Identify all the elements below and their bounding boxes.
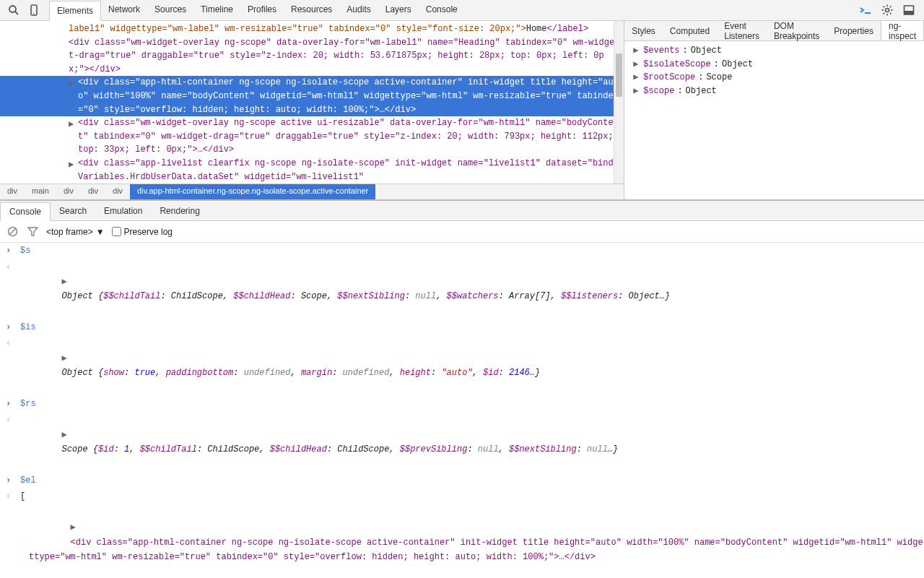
- dom-line-selected[interactable]: ▶ <div class="app-html-container ng-scop…: [0, 76, 624, 116]
- prop-row[interactable]: ▶$scope: Object: [627, 85, 921, 98]
- expand-icon[interactable]: ▶: [62, 353, 67, 363]
- svg-line-11: [890, 13, 892, 14]
- dom-line[interactable]: ▶ <div class="app-livelist clearfix ng-s…: [0, 157, 624, 184]
- sidebar-tabs: Styles Computed Event Listeners DOM Brea…: [624, 21, 924, 41]
- filter-icon[interactable]: [26, 225, 39, 238]
- expand-icon[interactable]: ▶: [69, 118, 74, 131]
- sidebar-tab-event-listeners[interactable]: Event Listeners: [717, 21, 767, 40]
- expand-icon[interactable]: ▶: [633, 44, 640, 58]
- tab-audits[interactable]: Audits: [339, 0, 378, 20]
- svg-point-0: [9, 6, 16, 12]
- search-icon[interactable]: [7, 4, 20, 17]
- tab-profiles[interactable]: Profiles: [240, 0, 284, 20]
- drawer-tab-search[interactable]: Search: [51, 202, 95, 220]
- dock-icon[interactable]: [902, 4, 915, 17]
- breadcrumb-item[interactable]: div: [81, 184, 105, 199]
- breadcrumb-item[interactable]: div: [56, 184, 81, 199]
- sidebar-tab-properties[interactable]: Properties: [827, 21, 881, 40]
- tab-elements[interactable]: Elements: [49, 1, 101, 21]
- console-input-line[interactable]: $s: [0, 243, 924, 259]
- sidebar-tab-styles[interactable]: Styles: [624, 21, 663, 40]
- svg-point-5: [886, 9, 889, 12]
- expand-icon[interactable]: ▶: [69, 77, 74, 91]
- preserve-log-checkbox[interactable]: [112, 227, 121, 236]
- breadcrumb-item[interactable]: div: [105, 184, 130, 199]
- prop-row[interactable]: ▶$isolateScope: Object: [627, 58, 921, 72]
- expand-icon[interactable]: ▶: [71, 522, 76, 532]
- top-toolbar: Elements Network Sources Timeline Profil…: [0, 0, 924, 21]
- breadcrumb-item[interactable]: div: [0, 184, 25, 199]
- console-toolbar: <top frame> ▼ Preserve log: [0, 221, 924, 243]
- tab-resources[interactable]: Resources: [284, 0, 339, 20]
- svg-line-13: [890, 7, 892, 8]
- console-output-line[interactable]: ▶ Object {$$childTail: ChildScope, $$chi…: [0, 259, 924, 320]
- expand-icon[interactable]: ▶: [62, 277, 67, 287]
- drawer-tabs: Console Search Emulation Rendering: [0, 201, 924, 221]
- frame-selector[interactable]: <top frame> ▼: [46, 227, 105, 237]
- dom-line[interactable]: <div class="wm-widget-overlay ng-scope" …: [0, 36, 624, 77]
- main-tabs: Elements Network Sources Timeline Profil…: [49, 0, 465, 20]
- prop-row[interactable]: ▶$events: Object: [627, 44, 921, 58]
- tab-timeline[interactable]: Timeline: [193, 0, 240, 20]
- scrollbar[interactable]: [614, 21, 624, 184]
- device-mode-icon[interactable]: [27, 4, 40, 17]
- breadcrumbs: div main div div div div.app-html-contai…: [0, 184, 624, 199]
- expand-icon[interactable]: ▶: [633, 58, 640, 72]
- tab-layers[interactable]: Layers: [378, 0, 419, 20]
- dom-line[interactable]: ▶ <div class="wm-widget-overlay ng-scope…: [0, 116, 624, 157]
- expand-icon[interactable]: ▶: [633, 85, 640, 98]
- expand-icon[interactable]: ▶: [62, 430, 67, 440]
- preserve-log-toggle[interactable]: Preserve log: [112, 227, 173, 237]
- sidebar-tab-ng-inspect[interactable]: ng-inspect: [881, 21, 924, 40]
- settings-icon[interactable]: [881, 4, 894, 17]
- breadcrumb-item[interactable]: main: [25, 184, 56, 199]
- svg-point-3: [33, 13, 35, 14]
- dom-tree[interactable]: label1" widgettype="wm-label" wm-resizab…: [0, 21, 624, 184]
- svg-marker-18: [28, 228, 38, 236]
- console-output-line[interactable]: ▶ Scope {$id: 1, $$childTail: ChildScope…: [0, 412, 924, 473]
- svg-line-1: [15, 12, 18, 14]
- breadcrumb-item-active[interactable]: div.app-html-container.ng-scope.ng-isola…: [130, 184, 375, 199]
- sidebar-tab-dom-breakpoints[interactable]: DOM Breakpoints: [767, 21, 827, 40]
- console-input-line[interactable]: $el: [0, 473, 924, 488]
- toggle-drawer-icon[interactable]: [859, 4, 872, 17]
- dropdown-icon: ▼: [96, 227, 105, 237]
- clear-console-icon[interactable]: [6, 225, 19, 238]
- console-output-line[interactable]: [: [0, 488, 924, 504]
- console-input-line[interactable]: $rs: [0, 396, 924, 412]
- tab-network[interactable]: Network: [101, 0, 147, 20]
- dom-line[interactable]: label1" widgettype="wm-label" wm-resizab…: [0, 22, 624, 36]
- ng-inspect-panel: ▶$events: Object ▶$isolateScope: Object …: [624, 41, 924, 100]
- drawer-tab-emulation[interactable]: Emulation: [95, 202, 151, 220]
- tab-sources[interactable]: Sources: [147, 0, 193, 20]
- expand-icon[interactable]: ▶: [69, 158, 74, 172]
- svg-line-12: [884, 13, 885, 14]
- expand-icon[interactable]: ▶: [633, 71, 640, 85]
- drawer-tab-rendering[interactable]: Rendering: [151, 202, 208, 220]
- svg-line-17: [9, 228, 15, 234]
- drawer-tab-console[interactable]: Console: [0, 202, 51, 221]
- console-output-line[interactable]: ▶ Object {show: true, paddingbottom: und…: [0, 335, 924, 396]
- console-input-line[interactable]: $is: [0, 319, 924, 335]
- tab-console[interactable]: Console: [419, 0, 465, 20]
- svg-line-10: [884, 7, 885, 8]
- console-output-line[interactable]: ▶ <div class="app-html-container ng-scop…: [0, 505, 924, 578]
- svg-rect-15: [905, 11, 914, 14]
- console-output[interactable]: $s ▶ Object {$$childTail: ChildScope, $$…: [0, 243, 924, 578]
- prop-row[interactable]: ▶$rootScope: Scope: [627, 71, 921, 85]
- sidebar-tab-computed[interactable]: Computed: [663, 21, 717, 40]
